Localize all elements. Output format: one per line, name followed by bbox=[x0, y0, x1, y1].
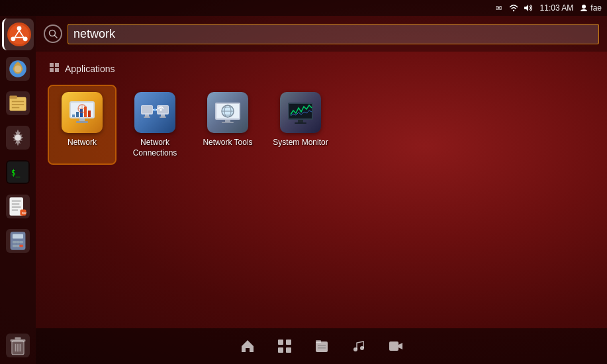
svg-rect-84 bbox=[316, 341, 328, 352]
svg-rect-57 bbox=[142, 106, 152, 113]
app-item-network-connections[interactable]: Network Connections bbox=[122, 86, 188, 163]
svg-rect-34 bbox=[15, 337, 21, 339]
svg-rect-85 bbox=[316, 340, 321, 343]
svg-rect-11 bbox=[12, 101, 24, 103]
svg-rect-19 bbox=[12, 203, 19, 205]
svg-rect-29 bbox=[13, 245, 17, 247]
svg-rect-63 bbox=[160, 116, 166, 118]
launcher-item-terminal[interactable]: $_ bbox=[2, 156, 34, 188]
svg-rect-87 bbox=[318, 347, 326, 349]
username: fae bbox=[590, 3, 602, 13]
launcher-item-ubuntu-dash[interactable] bbox=[2, 19, 34, 50]
svg-rect-10 bbox=[9, 96, 17, 99]
network-app-icon bbox=[62, 92, 103, 133]
svg-rect-90 bbox=[389, 341, 398, 351]
svg-rect-47 bbox=[76, 112, 79, 117]
app-label-network-connections: Network Connections bbox=[127, 138, 183, 158]
app-label-network: Network bbox=[68, 138, 97, 148]
svg-rect-52 bbox=[76, 121, 88, 123]
svg-rect-26 bbox=[13, 241, 17, 243]
network-tools-icon-wrap bbox=[207, 91, 249, 134]
svg-rect-80 bbox=[278, 340, 283, 345]
launcher-item-settings[interactable] bbox=[2, 122, 34, 154]
network-connections-icon-wrap bbox=[134, 91, 176, 134]
launcher-item-text-editor[interactable]: ✏ bbox=[2, 191, 34, 222]
svg-rect-30 bbox=[16, 245, 20, 247]
svg-rect-78 bbox=[298, 120, 303, 122]
trash-icon bbox=[6, 334, 30, 357]
settings-icon bbox=[6, 126, 30, 150]
app-label-network-tools: Network Tools bbox=[203, 138, 252, 148]
launcher-item-trash[interactable] bbox=[2, 330, 34, 361]
svg-rect-50 bbox=[88, 111, 91, 117]
svg-rect-58 bbox=[145, 114, 149, 116]
svg-point-89 bbox=[360, 346, 364, 350]
launcher-item-firefox[interactable] bbox=[2, 53, 34, 85]
svg-rect-79 bbox=[295, 122, 306, 124]
svg-line-39 bbox=[55, 36, 58, 38]
svg-rect-75 bbox=[222, 122, 234, 123]
launcher: $_ ✏ bbox=[0, 16, 36, 364]
launcher-item-calculator[interactable] bbox=[2, 225, 34, 257]
network-icon-wrap bbox=[61, 91, 103, 134]
svg-rect-43 bbox=[55, 68, 59, 72]
svg-rect-25 bbox=[13, 234, 23, 239]
bottom-dock bbox=[36, 328, 607, 364]
svg-point-88 bbox=[353, 347, 357, 351]
app-item-network[interactable]: Network bbox=[49, 86, 115, 163]
svg-rect-33 bbox=[11, 340, 26, 341]
svg-rect-82 bbox=[278, 347, 283, 353]
svg-rect-74 bbox=[225, 120, 230, 122]
calculator-icon bbox=[6, 229, 30, 253]
wifi-icon[interactable] bbox=[508, 4, 519, 12]
svg-rect-20 bbox=[12, 206, 21, 208]
svg-rect-59 bbox=[144, 116, 150, 118]
svg-rect-62 bbox=[161, 114, 165, 116]
svg-rect-42 bbox=[50, 68, 54, 72]
files-icon bbox=[6, 91, 30, 115]
dock-item-home[interactable] bbox=[236, 334, 259, 358]
app-label-system-monitor: System Monitor bbox=[273, 138, 328, 148]
system-monitor-icon-wrap bbox=[279, 91, 322, 134]
svg-point-0 bbox=[512, 10, 514, 11]
svg-rect-31 bbox=[19, 245, 23, 247]
svg-rect-18 bbox=[12, 201, 21, 202]
dock-item-apps[interactable] bbox=[273, 334, 297, 358]
top-bar: ✉ 11:03 AM fae bbox=[0, 0, 607, 16]
terminal-icon: $_ bbox=[6, 160, 30, 184]
app-grid: Network bbox=[49, 86, 594, 163]
app-item-network-tools[interactable]: Network Tools bbox=[195, 86, 261, 163]
svg-rect-51 bbox=[79, 118, 85, 121]
svg-rect-9 bbox=[9, 97, 26, 111]
dock-item-files[interactable] bbox=[310, 334, 334, 358]
sound-icon[interactable] bbox=[523, 4, 534, 12]
section-icon bbox=[49, 62, 60, 75]
svg-text:✏: ✏ bbox=[22, 210, 27, 216]
svg-point-2 bbox=[582, 5, 586, 9]
email-icon[interactable]: ✉ bbox=[494, 4, 504, 12]
svg-rect-13 bbox=[12, 107, 19, 109]
svg-rect-27 bbox=[16, 241, 20, 243]
network-connections-app-icon bbox=[134, 92, 175, 133]
search-area bbox=[36, 16, 607, 52]
svg-marker-1 bbox=[524, 5, 528, 11]
section-header: Applications bbox=[49, 62, 594, 75]
svg-text:$_: $_ bbox=[11, 168, 21, 177]
firefox-icon bbox=[6, 57, 30, 81]
section-label: Applications bbox=[65, 64, 115, 74]
search-input[interactable] bbox=[68, 24, 599, 44]
user-display[interactable]: fae bbox=[580, 3, 602, 13]
svg-rect-81 bbox=[286, 340, 291, 345]
svg-rect-46 bbox=[72, 114, 75, 117]
dock-item-music[interactable] bbox=[347, 334, 371, 358]
svg-point-8 bbox=[15, 66, 22, 73]
launcher-item-files[interactable] bbox=[2, 87, 34, 119]
main-content: Applications bbox=[36, 52, 607, 328]
svg-rect-28 bbox=[19, 241, 23, 243]
search-icon bbox=[44, 24, 62, 43]
svg-rect-12 bbox=[12, 104, 24, 105]
system-monitor-app-icon bbox=[280, 92, 321, 133]
app-item-system-monitor[interactable]: System Monitor bbox=[267, 86, 334, 163]
dock-item-video[interactable] bbox=[384, 334, 408, 358]
ubuntu-logo-icon bbox=[7, 23, 31, 46]
